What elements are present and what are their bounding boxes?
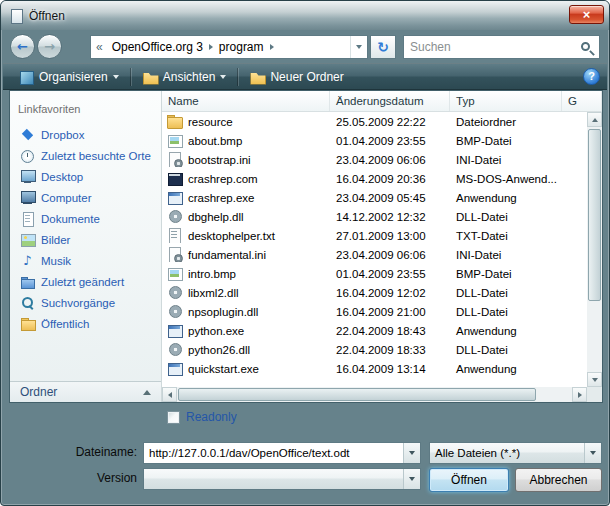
sidebar-item[interactable]: Zuletzt geändert — [10, 271, 161, 292]
back-button[interactable]: ← — [10, 34, 35, 59]
file-type: MS-DOS-Anwend... — [450, 173, 562, 185]
filetype-combobox[interactable]: Alle Dateien (*.*) — [429, 442, 602, 464]
file-row[interactable]: python.exe 22.04.2009 18:43 Anwendung — [162, 321, 587, 340]
dropbox-icon — [20, 128, 35, 142]
dll-icon — [167, 342, 183, 357]
sidebar-item[interactable]: Musik — [10, 250, 161, 271]
file-name: npsoplugin.dll — [188, 306, 258, 318]
new-folder-icon — [249, 70, 265, 84]
sidebar-item[interactable]: Suchvorgänge — [10, 292, 161, 313]
organize-button[interactable]: Organisieren — [10, 68, 127, 86]
file-name: resource — [188, 116, 233, 128]
window-title: Öffnen — [29, 9, 65, 23]
sidebar-item[interactable]: Computer — [10, 187, 161, 208]
file-row[interactable]: desktophelper.txt 27.01.2009 13:00 TXT-D… — [162, 226, 587, 245]
file-row[interactable]: dbghelp.dll 14.12.2002 12:32 DLL-Datei — [162, 207, 587, 226]
nav-buttons: ← → — [10, 34, 62, 59]
sidebar-item[interactable]: Desktop — [10, 166, 161, 187]
sidebar-item[interactable]: Zuletzt besuchte Orte — [10, 145, 161, 166]
scroll-down-button[interactable] — [587, 372, 602, 387]
file-row[interactable]: libxml2.dll 16.04.2009 12:02 DLL-Datei — [162, 283, 587, 302]
organize-icon — [18, 70, 34, 84]
scroll-up-button[interactable] — [587, 112, 602, 127]
filename-combobox[interactable]: http://127.0.0.1/dav/OpenOffice/text.odt — [143, 442, 421, 464]
filename-dropdown-button[interactable] — [403, 443, 420, 463]
sidebar-item-label: Bilder — [41, 234, 70, 246]
cancel-button[interactable]: Abbrechen — [515, 468, 602, 492]
sidebar-item[interactable]: Bilder — [10, 229, 161, 250]
horizontal-scrollbar[interactable] — [162, 387, 587, 402]
refresh-button[interactable]: ↻ — [370, 35, 396, 59]
file-name: python26.dll — [188, 344, 250, 356]
search-icon[interactable] — [581, 42, 590, 51]
version-dropdown-button[interactable] — [403, 469, 420, 489]
scroll-right-button[interactable] — [572, 387, 587, 402]
file-type: Anwendung — [450, 325, 562, 337]
new-folder-button[interactable]: Neuer Ordner — [241, 68, 351, 86]
filetype-dropdown-button[interactable] — [584, 443, 601, 463]
readonly-checkbox[interactable] — [167, 411, 180, 424]
file-row[interactable]: python26.dll 22.04.2009 18:33 DLL-Datei — [162, 340, 587, 359]
close-button[interactable] — [569, 5, 604, 24]
views-button[interactable]: Ansichten — [134, 68, 235, 86]
exe-icon — [167, 323, 183, 338]
file-row[interactable]: intro.bmp 01.04.2009 23:55 BMP-Datei — [162, 264, 587, 283]
open-button[interactable]: Öffnen — [429, 468, 509, 492]
sidebar-item[interactable]: Dropbox — [10, 124, 161, 145]
ini-icon — [167, 152, 183, 167]
recently-changed-icon — [20, 275, 35, 289]
music-icon — [20, 254, 35, 268]
searches-icon — [20, 296, 35, 310]
file-row[interactable]: crashrep.exe 23.04.2009 05:45 Anwendung — [162, 188, 587, 207]
horizontal-scroll-thumb[interactable] — [178, 388, 536, 401]
breadcrumb[interactable]: « OpenOffice.org 3 program — [90, 35, 368, 59]
file-row[interactable]: fundamental.ini 23.04.2009 06:06 INI-Dat… — [162, 245, 587, 264]
version-label: Version — [39, 471, 137, 485]
file-date: 23.04.2009 05:45 — [330, 192, 450, 204]
forward-button[interactable]: → — [37, 34, 62, 59]
breadcrumb-overflow-chevron[interactable]: « — [91, 40, 108, 54]
file-date: 16.04.2009 12:02 — [330, 287, 450, 299]
breadcrumb-item-openoffice[interactable]: OpenOffice.org 3 — [108, 40, 207, 54]
arrow-left-icon — [168, 392, 172, 398]
file-type: Anwendung — [450, 363, 562, 375]
filename-value[interactable]: http://127.0.0.1/dav/OpenOffice/text.odt — [144, 447, 403, 459]
column-header-name[interactable]: Name — [162, 91, 330, 111]
filetype-value: Alle Dateien (*.*) — [430, 447, 584, 459]
file-date: 27.01.2009 13:00 — [330, 230, 450, 242]
vertical-scroll-thumb[interactable] — [588, 129, 601, 301]
breadcrumb-item-program[interactable]: program — [215, 40, 268, 54]
sidebar-item[interactable]: Öffentlich — [10, 313, 161, 334]
file-row[interactable]: bootstrap.ini 23.04.2009 06:06 INI-Datei — [162, 150, 587, 169]
file-date: 16.04.2009 20:36 — [330, 173, 450, 185]
vertical-scrollbar[interactable] — [587, 112, 602, 387]
readonly-row: Readonly — [167, 410, 237, 424]
file-date: 14.12.2002 12:32 — [330, 211, 450, 223]
search-box[interactable]: Suchen — [403, 35, 600, 59]
file-row[interactable]: about.bmp 01.04.2009 23:55 BMP-Datei — [162, 131, 587, 150]
help-button[interactable] — [583, 68, 600, 85]
documents-icon — [20, 212, 35, 226]
column-header-type[interactable]: Typ — [450, 91, 562, 111]
forward-arrow-icon: → — [44, 40, 55, 53]
file-row[interactable]: crashrep.com 16.04.2009 20:36 MS-DOS-Anw… — [162, 169, 587, 188]
filename-label: Dateiname: — [39, 445, 137, 459]
toolbar-separator — [130, 68, 131, 86]
column-header-size[interactable]: G — [562, 91, 602, 111]
folders-bar[interactable]: Ordner — [10, 381, 161, 402]
file-name: fundamental.ini — [188, 249, 266, 261]
column-header-date[interactable]: Änderungsdatum — [330, 91, 450, 111]
version-combobox[interactable] — [143, 468, 421, 490]
file-row[interactable]: npsoplugin.dll 16.04.2009 21:00 DLL-Date… — [162, 302, 587, 321]
file-type: TXT-Datei — [450, 230, 562, 242]
file-row[interactable]: resource 25.05.2009 22:22 Dateiordner — [162, 112, 587, 131]
file-name: quickstart.exe — [188, 363, 259, 375]
file-type: DLL-Datei — [450, 287, 562, 299]
file-name: about.bmp — [188, 135, 242, 147]
sidebar-item[interactable]: Dokumente — [10, 208, 161, 229]
file-row[interactable]: quickstart.exe 16.04.2009 13:14 Anwendun… — [162, 359, 587, 378]
sidebar-item-label: Dropbox — [41, 129, 84, 141]
exe-icon — [167, 361, 183, 376]
scroll-left-button[interactable] — [162, 387, 177, 402]
breadcrumb-dropdown-button[interactable] — [350, 36, 367, 58]
